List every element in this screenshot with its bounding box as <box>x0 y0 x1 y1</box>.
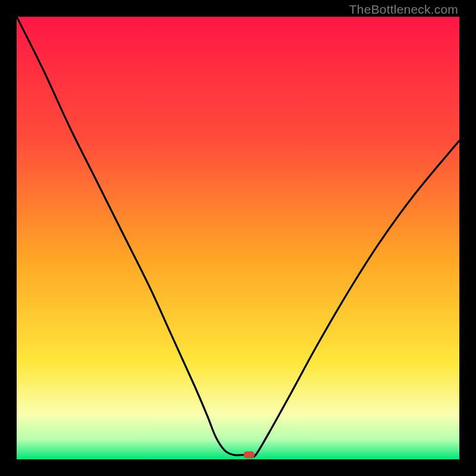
gradient-background <box>17 17 459 459</box>
plot-area <box>17 17 459 459</box>
optimum-marker <box>244 452 255 459</box>
chart-frame: TheBottleneck.com <box>0 0 476 476</box>
bottleneck-chart <box>17 17 459 459</box>
watermark-label: TheBottleneck.com <box>349 2 458 17</box>
